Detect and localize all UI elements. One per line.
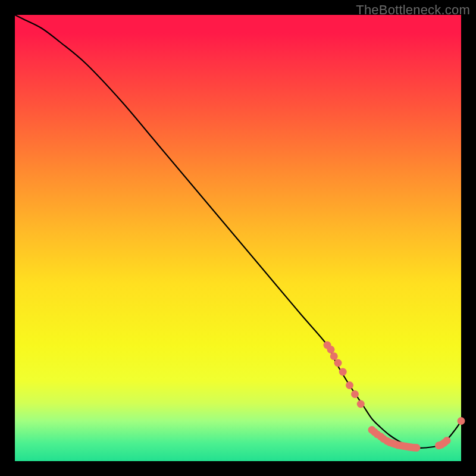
data-marker bbox=[346, 381, 353, 389]
bottleneck-curve bbox=[15, 15, 461, 448]
plot-area bbox=[15, 15, 461, 461]
data-marker bbox=[330, 352, 338, 360]
data-marker bbox=[413, 444, 421, 452]
data-marker bbox=[357, 400, 365, 408]
data-marker bbox=[327, 346, 335, 353]
data-marker bbox=[339, 368, 347, 376]
chart-markers bbox=[324, 342, 465, 452]
chart-stage: TheBottleneck.com bbox=[0, 0, 476, 476]
data-marker bbox=[334, 359, 342, 367]
data-marker bbox=[351, 390, 359, 398]
data-marker bbox=[458, 417, 465, 425]
chart-svg bbox=[15, 15, 461, 461]
data-marker bbox=[443, 437, 451, 444]
